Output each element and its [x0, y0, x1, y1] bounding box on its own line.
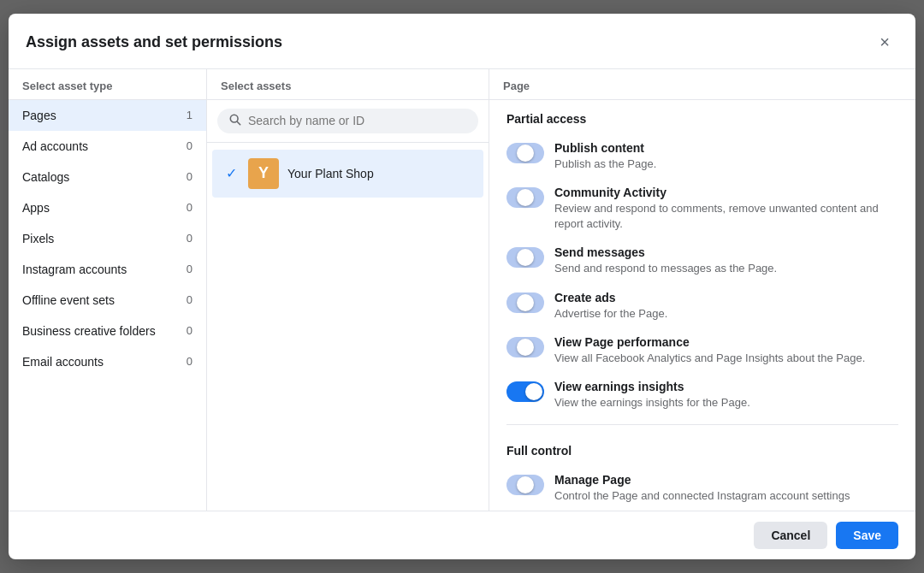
svg-line-1: [237, 121, 240, 125]
asset-type-label: Catalogs: [22, 170, 179, 184]
asset-type-item[interactable]: Business creative folders 0: [9, 316, 206, 346]
toggle-thumb: [525, 383, 542, 400]
assets-column: Select assets ✓: [207, 69, 489, 511]
toggle-wrap: [506, 292, 544, 316]
toggle-track: [506, 247, 544, 268]
permission-name: Send messages: [554, 245, 777, 259]
toggle[interactable]: [506, 381, 544, 402]
permission-item: Publish content Publish as the Page.: [506, 134, 898, 179]
permission-desc: Send and respond to messages as the Page…: [554, 261, 777, 276]
modal-body: Select asset type Pages 1 Ad accounts 0 …: [9, 69, 915, 511]
toggle-thumb: [517, 249, 534, 266]
asset-type-label: Ad accounts: [22, 139, 179, 153]
permission-text: Manage Page Control the Page and connect…: [554, 473, 850, 504]
search-input[interactable]: [248, 114, 466, 127]
permissions-header: Page: [489, 69, 915, 100]
permission-desc: Publish as the Page.: [554, 157, 656, 172]
permissions-column: Page Partial access Publish content Publ…: [489, 69, 915, 511]
toggle[interactable]: [506, 247, 544, 268]
asset-type-label: Pixels: [22, 232, 179, 245]
asset-type-item[interactable]: Offline event sets 0: [9, 285, 206, 316]
asset-count: 0: [179, 263, 192, 275]
asset-type-header: Select asset type: [9, 69, 206, 100]
toggle[interactable]: [506, 143, 544, 163]
asset-type-item[interactable]: Email accounts 0: [9, 346, 206, 377]
asset-count: 0: [179, 201, 192, 214]
asset-type-label: Business creative folders: [22, 324, 179, 338]
toggle-track: [506, 475, 544, 495]
full-control-title: Full control: [506, 432, 898, 466]
permission-name: Publish content: [554, 141, 656, 155]
permission-item: Community Activity Review and respond to…: [506, 179, 898, 239]
toggle-wrap: [506, 381, 544, 405]
permission-desc: Review and respond to comments, remove u…: [554, 201, 898, 232]
modal-header: Assign assets and set permissions ×: [9, 14, 915, 69]
toggle-wrap: [506, 475, 544, 499]
cancel-button[interactable]: Cancel: [754, 522, 827, 549]
asset-type-item[interactable]: Pixels 0: [9, 223, 206, 254]
asset-type-label: Pages: [22, 109, 179, 122]
check-icon: ✓: [222, 165, 240, 182]
asset-type-item[interactable]: Catalogs 0: [9, 162, 206, 192]
modal-overlay: Assign assets and set permissions × Sele…: [0, 0, 924, 573]
permission-item: View earnings insights View the earnings…: [506, 373, 898, 417]
asset-type-item[interactable]: Ad accounts 0: [9, 131, 206, 162]
asset-type-item[interactable]: Instagram accounts 0: [9, 254, 206, 285]
asset-count: 0: [179, 355, 192, 368]
permission-text: Send messages Send and respond to messag…: [554, 245, 777, 276]
search-box: [207, 100, 489, 143]
toggle[interactable]: [506, 187, 544, 208]
asset-count: 0: [179, 293, 192, 306]
permission-text: Create ads Advertise for the Page.: [554, 291, 667, 322]
asset-count: 0: [179, 324, 192, 337]
permission-item: Create ads Advertise for the Page.: [506, 284, 898, 328]
assets-list: ✓ Y Your Plant Shop: [207, 143, 489, 511]
permission-name: Manage Page: [554, 473, 850, 487]
full-permissions-list: Manage Page Control the Page and connect…: [506, 466, 898, 511]
asset-type-item[interactable]: Pages 1: [9, 100, 206, 131]
permission-desc: View the earnings insights for the Page.: [554, 395, 750, 411]
toggle-thumb: [517, 339, 534, 356]
asset-type-item[interactable]: Apps 0: [9, 192, 206, 223]
toggle-thumb: [517, 294, 534, 311]
asset-type-label: Apps: [22, 201, 179, 215]
permission-name: Community Activity: [554, 186, 898, 199]
asset-count: 0: [179, 232, 192, 245]
permission-item: Manage Page Control the Page and connect…: [506, 466, 898, 511]
toggle-track: [506, 187, 544, 208]
asset-count: 0: [179, 170, 192, 183]
modal: Assign assets and set permissions × Sele…: [9, 14, 915, 560]
asset-item[interactable]: ✓ Y Your Plant Shop: [212, 150, 483, 198]
permission-item: Send messages Send and respond to messag…: [506, 239, 898, 283]
permission-item: View Page performance View all Facebook …: [506, 328, 898, 373]
partial-permissions-list: Publish content Publish as the Page. Com…: [506, 134, 898, 417]
toggle-track: [506, 143, 544, 163]
partial-access-title: Partial access: [506, 100, 898, 134]
asset-type-label: Email accounts: [22, 355, 179, 369]
permission-desc: Control the Page and connected Instagram…: [554, 488, 850, 504]
permission-name: Create ads: [554, 291, 667, 304]
toggle-thumb: [517, 145, 534, 162]
toggle-track: [506, 381, 544, 402]
modal-title: Assign assets and set permissions: [26, 33, 282, 51]
asset-type-list: Pages 1 Ad accounts 0 Catalogs 0 Apps 0 …: [9, 100, 206, 377]
close-button[interactable]: ×: [871, 29, 898, 56]
permission-desc: View all Facebook Analytics and Page Ins…: [554, 351, 865, 366]
assets-header: Select assets: [207, 69, 489, 100]
toggle[interactable]: [506, 337, 544, 357]
permission-text: Publish content Publish as the Page.: [554, 141, 656, 172]
permission-desc: Advertise for the Page.: [554, 306, 667, 322]
permission-text: Community Activity Review and respond to…: [554, 186, 898, 232]
permissions-body: Partial access Publish content Publish a…: [489, 100, 915, 511]
toggle[interactable]: [506, 475, 544, 495]
toggle-thumb: [517, 476, 534, 493]
save-button[interactable]: Save: [836, 522, 898, 549]
toggle[interactable]: [506, 292, 544, 313]
toggle-thumb: [517, 189, 534, 206]
search-input-wrap: [217, 109, 478, 133]
asset-avatar: Y: [248, 158, 279, 189]
permission-text: View Page performance View all Facebook …: [554, 335, 865, 366]
toggle-wrap: [506, 337, 544, 361]
toggle-wrap: [506, 143, 544, 167]
asset-type-label: Instagram accounts: [22, 263, 179, 276]
